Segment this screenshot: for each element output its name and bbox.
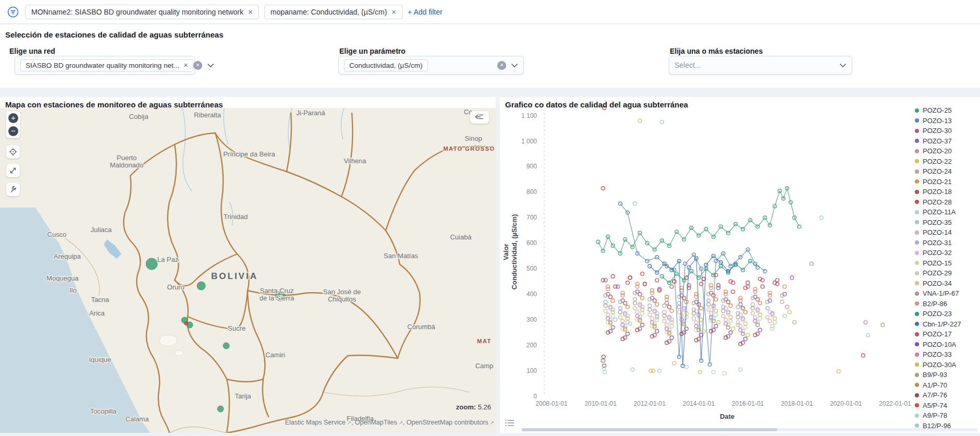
data-point — [638, 293, 642, 296]
network-selected-pill[interactable]: SIASBO BD groundwater quality monitoring… — [20, 59, 193, 71]
legend-item[interactable]: POZO-23 — [915, 309, 978, 319]
data-point — [635, 285, 639, 288]
legend-item[interactable]: POZO-11A — [915, 207, 978, 217]
parameter-clear-icon[interactable]: × — [497, 61, 506, 70]
legend-item[interactable]: POZO-15 — [915, 258, 978, 269]
parameter-chevron-down-icon[interactable] — [511, 63, 518, 68]
attribution-link[interactable]: OpenMapTiles — [355, 419, 397, 426]
map-place-label: Camp — [475, 362, 494, 370]
map-place-label: Tarija — [235, 392, 251, 400]
data-point — [621, 294, 624, 297]
attribution-link[interactable]: OpenStreetMap contributors — [407, 419, 488, 426]
legend-item[interactable]: A1/P-70 — [915, 380, 978, 391]
legend-swatch-icon — [915, 220, 919, 224]
network-clear-icon[interactable]: × — [193, 61, 202, 70]
stations-chevron-down-icon[interactable] — [839, 63, 847, 68]
legend-swatch-icon — [915, 393, 919, 397]
data-point — [638, 119, 642, 123]
station-marker[interactable] — [185, 322, 188, 325]
collapse-arrow-icon — [475, 114, 484, 120]
data-point — [707, 308, 710, 311]
data-point — [604, 304, 607, 308]
filter-app-icon[interactable] — [6, 5, 20, 19]
filter-pill-parameter-close-icon[interactable]: × — [391, 9, 396, 15]
legend-label: Cbn-1/P-227 — [923, 320, 961, 328]
network-chevron-down-icon[interactable] — [207, 63, 214, 68]
legend-item[interactable]: A9/P-78 — [915, 410, 978, 421]
map-tools-button[interactable] — [6, 183, 20, 196]
map-canvas[interactable]: CobijaRiberaltaJi-ParanáCoSinopMATO GROS… — [0, 108, 496, 433]
data-point — [729, 319, 732, 323]
parameter-combobox[interactable]: Conductividad, (µS/cm) × — [338, 56, 524, 75]
legend-item[interactable]: POZO-13 — [915, 116, 978, 126]
legend-item[interactable]: POZO-33 — [915, 349, 978, 360]
map-zoom-in-button[interactable]: + — [8, 113, 18, 123]
legend-swatch-icon — [915, 403, 919, 407]
data-point — [744, 325, 748, 329]
legend-swatch-icon — [915, 292, 919, 296]
legend-item[interactable]: A7/P-76 — [915, 390, 978, 401]
y-tick-label: 1 000 — [521, 138, 537, 145]
data-point — [766, 316, 769, 319]
legend-label: POZO-31 — [923, 239, 952, 247]
data-point — [668, 305, 671, 309]
filter-pill-parameter[interactable]: mopaname: Conductividad, (µS/cm) × — [264, 5, 402, 19]
map-fit-bounds-button[interactable] — [6, 164, 20, 177]
data-point — [741, 307, 745, 310]
legend-item[interactable]: POZO-18 — [915, 187, 978, 197]
station-marker[interactable] — [197, 282, 205, 290]
map-place-label: Tacna — [91, 296, 109, 304]
x-tick-label: 2014-01-01 — [683, 400, 715, 407]
legend-item[interactable]: POZO-30A — [915, 360, 978, 370]
legend-item[interactable]: POZO-37 — [915, 136, 978, 147]
network-pill-close-icon[interactable]: × — [183, 62, 188, 68]
legend-item[interactable]: POZO-17 — [915, 329, 978, 340]
legend-item[interactable]: VNA-1/P-67 — [915, 288, 978, 299]
data-point — [677, 310, 681, 314]
legend-swatch-icon — [915, 159, 919, 163]
legend-item[interactable]: POZO-32 — [915, 248, 978, 258]
legend-item[interactable]: POZO-34 — [915, 278, 978, 289]
legend-swatch-icon — [915, 383, 919, 387]
legend-item[interactable]: POZO-30 — [915, 126, 978, 136]
station-marker[interactable] — [146, 258, 157, 270]
filter-pill-network[interactable]: MONname2: SIASBO BD groundwater quality … — [25, 5, 259, 19]
data-point — [770, 327, 774, 331]
legend-item[interactable]: POZO-29 — [915, 268, 978, 278]
chart-data-list-button[interactable] — [504, 417, 516, 429]
attribution-link[interactable]: Elastic Maps Service — [285, 419, 346, 426]
legend-swatch-icon — [915, 190, 919, 194]
legend-item[interactable]: POZO-10A — [915, 340, 978, 350]
stations-select[interactable]: Select... — [669, 56, 852, 75]
chart-horizontal-scrollbar[interactable] — [522, 428, 978, 431]
legend-item[interactable]: POZO-25 — [915, 105, 978, 116]
add-filter-button[interactable]: + Add filter — [408, 8, 443, 16]
map-collapse-layers-button[interactable] — [470, 111, 489, 124]
legend-item[interactable]: POZO-20 — [915, 146, 978, 156]
map-locate-button[interactable] — [6, 145, 20, 159]
legend-item[interactable]: POZO-28 — [915, 197, 978, 208]
legend-item[interactable]: POZO-24 — [915, 166, 978, 177]
data-point — [621, 319, 624, 323]
legend-label: POZO-23 — [923, 310, 952, 318]
legend-item[interactable]: POZO-31 — [915, 238, 978, 248]
parameter-selected-pill[interactable]: Conductividad, (µS/cm) — [344, 59, 428, 71]
station-marker[interactable] — [223, 343, 229, 349]
x-tick-label: 2018-01-01 — [781, 400, 813, 407]
legend-item[interactable]: A5/P-74 — [915, 401, 978, 411]
legend-item[interactable]: Cbn-1/P-227 — [915, 319, 978, 330]
station-marker[interactable] — [217, 406, 224, 412]
map-zoom-out-button[interactable]: − — [8, 126, 18, 136]
map-place-label: Arequipa — [54, 252, 81, 260]
filter-pill-network-close-icon[interactable]: × — [248, 9, 253, 15]
legend-item[interactable]: POZO-35 — [915, 217, 978, 228]
legend-item[interactable]: POZO-21 — [915, 177, 978, 187]
legend-item[interactable]: POZO-22 — [915, 156, 978, 167]
legend-item[interactable]: POZO-14 — [915, 227, 978, 238]
legend-item[interactable]: B2/P-86 — [915, 299, 978, 309]
network-combobox[interactable]: SIASBO BD groundwater quality monitoring… — [15, 56, 195, 75]
data-point — [649, 369, 653, 373]
map-place-label: Sucre — [228, 324, 246, 332]
map-place-label: Puerto — [117, 154, 137, 162]
legend-item[interactable]: B9/P-93 — [915, 370, 978, 380]
